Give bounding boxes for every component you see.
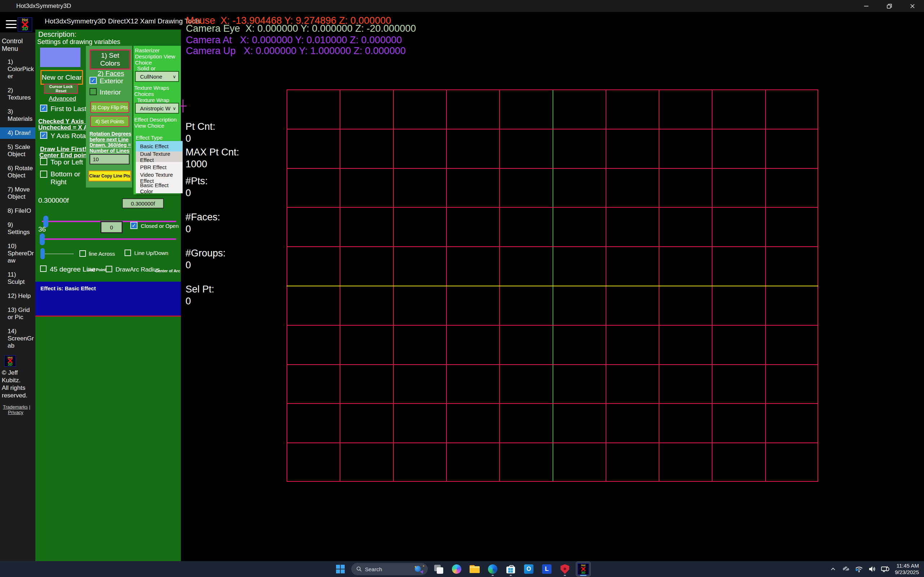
volume-icon[interactable]: [867, 564, 877, 574]
new-or-clear-button[interactable]: New or Clear: [40, 70, 83, 85]
sidebar-item-2-textures[interactable]: 2) Textures: [0, 85, 36, 103]
clear-copy-line-pts-button[interactable]: Clear Copy Line Pts: [89, 171, 131, 181]
effect-option-video-texture-effect[interactable]: Video Texture Effect: [136, 172, 183, 183]
copilot-icon[interactable]: [449, 562, 464, 576]
hamburger-menu-icon[interactable]: [6, 20, 16, 28]
effect-option-basic-effect[interactable]: Basic Effect: [136, 141, 183, 152]
onedrive-paused-icon[interactable]: [841, 564, 851, 574]
close-icon: [909, 3, 915, 9]
letter-l-app-icon[interactable]: L: [540, 562, 554, 576]
effect-option-pbr-effect[interactable]: PBR Effect: [136, 162, 183, 172]
segments-slider-track[interactable]: [42, 239, 176, 240]
privacy-link[interactable]: Privacy: [8, 410, 23, 415]
effect-option-dual-texture-effect[interactable]: Dual Texture Effect: [136, 152, 183, 162]
bottom-or-right-label: Bottom or Right: [50, 170, 84, 186]
sidebar-item-12-help[interactable]: 12) Help: [0, 290, 36, 302]
sidebar-item-10-spheredraw[interactable]: 10) SphereDraw: [0, 240, 36, 266]
minimize-button[interactable]: [855, 0, 878, 12]
file-explorer-icon[interactable]: [467, 562, 482, 576]
thickness-value-label: 0.300000f: [38, 197, 69, 205]
taskbar-clock[interactable]: 11:45 AM 9/23/2025: [893, 562, 922, 575]
cull-mode-dropdown[interactable]: CullNone ∨: [135, 71, 179, 82]
line-up-down-label: Line Up/Down: [134, 250, 168, 256]
close-button[interactable]: [901, 0, 924, 12]
sidebar-item-3-materials[interactable]: 3) Materials: [0, 106, 36, 125]
sidebar-item-6-rotate-object[interactable]: 6) Rotate Object: [0, 163, 36, 181]
segments-slider-thumb[interactable]: [40, 233, 45, 245]
sidebar-item-11-sculpt[interactable]: 11) Sculpt: [0, 269, 36, 288]
file-explorer-icon: [470, 565, 480, 573]
copy-flip-pts-button[interactable]: 3) Copy Flip Pts: [90, 102, 129, 113]
outlook-icon[interactable]: O: [522, 562, 536, 576]
wifi-secure-icon[interactable]: [854, 564, 864, 574]
set-colors-button[interactable]: 1) Set Colors: [89, 49, 131, 69]
taskbar: Search✦✦OLHot✕3D 11:45 AM 9/23/2025: [0, 561, 924, 577]
sidebar-item-4-draw-[interactable]: 4) Draw!: [0, 127, 36, 139]
first-to-last-checkbox[interactable]: ✓: [40, 105, 47, 112]
line-across-checkbox[interactable]: [79, 250, 86, 257]
thickness-value-box[interactable]: 0.300000f: [122, 198, 164, 208]
y-axis-rotation-checkbox[interactable]: ✓: [40, 132, 47, 139]
restore-button[interactable]: [878, 0, 901, 12]
advanced-link[interactable]: Advanced: [49, 95, 76, 102]
start-button[interactable]: [333, 562, 347, 576]
taskbar-center: Search✦✦OLHot✕3D: [333, 561, 591, 577]
edge-icon[interactable]: [485, 562, 500, 576]
interior-checkbox[interactable]: [89, 88, 97, 95]
sidebar-item-1-colorpicker[interactable]: 1) ColorPicker: [0, 56, 36, 82]
num-lines-input[interactable]: 10: [89, 154, 129, 164]
line-mode-slider-track[interactable]: [43, 253, 74, 254]
texture-wraps-choices-label: Texture Wraps Choices: [134, 85, 181, 97]
microsoft-store-icon[interactable]: [504, 562, 518, 576]
viewport-grid[interactable]: [287, 89, 818, 482]
security-shield-icon[interactable]: [558, 562, 572, 576]
sidebar-item-8-fileio[interactable]: 8) FileIO: [0, 205, 36, 217]
draw-arc-checkbox[interactable]: [106, 266, 112, 272]
task-view-button[interactable]: [431, 562, 446, 576]
stat-value: 0: [186, 133, 215, 145]
edge-browser-icon: [488, 564, 498, 574]
faces-link[interactable]: 2) Faces: [97, 69, 124, 77]
window-title: Hot3dxSymmetry3D: [16, 3, 71, 10]
chevron-down-icon: ∨: [170, 74, 178, 79]
line-across-label: line Across: [89, 251, 115, 257]
trademarks-link[interactable]: Trademarks: [3, 404, 28, 410]
effect-option-basic-effect-color[interactable]: Basic Effect Color: [136, 183, 183, 193]
microsoft-store-icon: [506, 565, 515, 574]
stat-label: MAX Pt Cnt:: [186, 147, 239, 158]
color-swatch[interactable]: [40, 48, 81, 67]
faces-points-group: 1) Set Colors 2) Faces ✓ Exterior Interi…: [86, 46, 132, 187]
zero-input[interactable]: 0: [100, 221, 123, 233]
chevron-up-icon[interactable]: [828, 564, 838, 574]
sidebar-item-5-scale-object[interactable]: 5) Scale Object: [0, 141, 36, 160]
deg45-line-checkbox[interactable]: [40, 266, 47, 272]
cursor-lock-reset-button[interactable]: Cursor Lock Reset: [44, 84, 78, 94]
hot3dx-logo-icon: Hot✕3D: [577, 563, 589, 575]
sidebar-item-14-screengrab[interactable]: 14) ScreenGrab: [0, 326, 36, 351]
line-up-down-checkbox[interactable]: [124, 250, 131, 256]
set-points-button[interactable]: 4) Set Points: [90, 116, 129, 127]
stat-value: 0: [186, 187, 208, 199]
drawing-tools-panel: Description: Settings of drawing variabl…: [36, 29, 181, 561]
search-box[interactable]: Search✦✦: [351, 563, 428, 575]
sidebar-item-13-grid-or-pic[interactable]: 13) Grid or Pic: [0, 305, 36, 323]
stat-value: 1000: [186, 158, 239, 170]
center-of-arc-label: Center of Arc: [155, 269, 180, 273]
stat-sel-pt-: Sel Pt:0: [186, 284, 215, 307]
sidebar-item-9-settings[interactable]: 9) Settings: [0, 219, 36, 238]
texture-wrap-dropdown[interactable]: Anistropic Wr ∨: [135, 103, 179, 114]
description-title: Description:: [38, 30, 76, 39]
stat--groups-: #Groups:0: [186, 247, 226, 271]
update-status-icon[interactable]: [880, 564, 890, 574]
bottom-or-right-checkbox[interactable]: [40, 171, 47, 178]
top-or-left-checkbox[interactable]: [40, 158, 47, 165]
exterior-checkbox[interactable]: ✓: [89, 77, 97, 84]
closed-or-open-checkbox[interactable]: ✓: [130, 222, 137, 229]
line-mode-slider-thumb[interactable]: [40, 248, 45, 259]
minimize-icon: [863, 3, 869, 9]
interior-label: Interior: [100, 89, 121, 96]
hot3dx-app-icon[interactable]: Hot✕3D: [576, 561, 591, 577]
letter-l-icon: L: [542, 564, 551, 574]
sidebar-item-7-move-object[interactable]: 7) Move Object: [0, 184, 36, 203]
grid-horizontal-line: [287, 443, 818, 443]
